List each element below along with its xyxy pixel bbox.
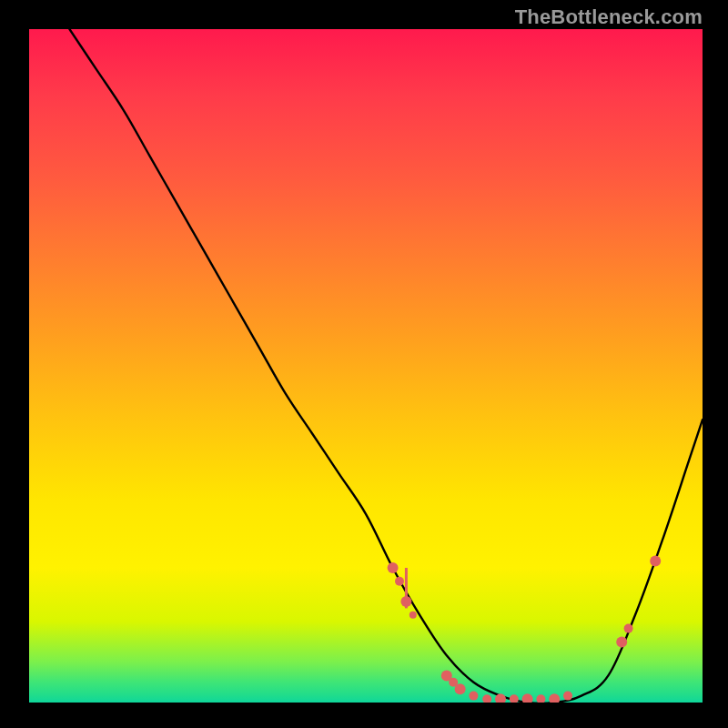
data-marker bbox=[510, 694, 519, 703]
data-marker bbox=[650, 556, 661, 567]
data-marker bbox=[388, 562, 399, 573]
data-marker bbox=[495, 693, 506, 703]
data-marker bbox=[395, 577, 404, 586]
data-marker bbox=[449, 678, 458, 687]
data-marker bbox=[549, 693, 560, 703]
data-markers bbox=[388, 556, 662, 703]
data-marker bbox=[536, 694, 545, 703]
chart-svg bbox=[29, 29, 703, 703]
plot-area bbox=[29, 29, 703, 703]
chart-frame: TheBottleneck.com bbox=[0, 0, 728, 728]
data-marker bbox=[441, 670, 452, 681]
data-marker bbox=[563, 692, 572, 701]
data-marker bbox=[522, 693, 533, 703]
data-marker bbox=[616, 636, 627, 647]
data-marker bbox=[400, 596, 411, 607]
data-marker bbox=[482, 694, 491, 703]
watermark-text: TheBottleneck.com bbox=[515, 5, 703, 29]
curve-line bbox=[69, 29, 703, 703]
data-marker bbox=[624, 624, 633, 633]
data-marker bbox=[455, 683, 466, 694]
data-marker bbox=[469, 692, 478, 701]
data-marker bbox=[410, 612, 417, 619]
